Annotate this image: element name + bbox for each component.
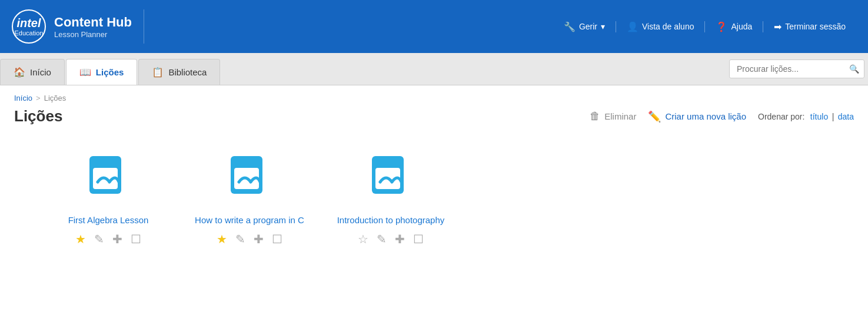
edit-icon-3[interactable]: ✎ — [377, 232, 387, 246]
logo-area: intel Education Content Hub Lesson Plann… — [12, 9, 144, 44]
intel-edu-text: Education — [15, 30, 44, 37]
page-actions: 🗑 Eliminar ✏️ Criar uma nova lição Orden… — [590, 110, 854, 123]
breadcrumb-home[interactable]: Início — [14, 94, 32, 102]
nav-vista[interactable]: 👤 Vista de aluno — [616, 21, 705, 32]
sort-controls: Ordenar por: título | data — [758, 111, 854, 122]
lesson-title-2[interactable]: How to write a program in C — [195, 215, 304, 225]
lessons-grid: First Algebra Lesson ★ ✎ ✚ ☐ How to writ… — [14, 142, 854, 252]
nav-ajuda-label: Ajuda — [731, 22, 752, 31]
lesson-actions-3: ☆ ✎ ✚ ☐ — [358, 232, 424, 246]
select-icon-3[interactable]: ☐ — [413, 232, 424, 246]
lesson-actions-2: ★ ✎ ✚ ☐ — [217, 232, 282, 246]
lesson-icon-3[interactable] — [361, 148, 420, 207]
page-title: Lições — [14, 107, 62, 125]
search-area: 🔍 — [729, 59, 859, 78]
nav-gerir[interactable]: 🔧 Gerir ▾ — [553, 21, 616, 32]
star-filled-icon-1[interactable]: ★ — [75, 232, 86, 246]
nav-terminar-label: Terminar sessão — [785, 22, 846, 31]
page-header: Lições 🗑 Eliminar ✏️ Criar uma nova liçã… — [14, 107, 854, 125]
lesson-icon-2[interactable] — [220, 148, 279, 207]
nav-gerir-label: Gerir — [579, 22, 597, 31]
lesson-svg-1 — [82, 151, 134, 203]
tab-biblioteca-label: Biblioteca — [168, 67, 207, 77]
delete-label: Eliminar — [604, 111, 636, 121]
lesson-card-1: First Algebra Lesson ★ ✎ ✚ ☐ — [49, 148, 167, 246]
tab-licoes[interactable]: 📖 Lições — [66, 59, 138, 85]
ajuda-icon: ❓ — [716, 21, 727, 32]
lesson-card-3: Introduction to photography ☆ ✎ ✚ ☐ — [332, 148, 450, 246]
lesson-icon-1[interactable] — [79, 148, 138, 207]
edit-icon: ✏️ — [648, 110, 661, 123]
biblioteca-icon: 📋 — [152, 67, 164, 78]
edit-icon-1[interactable]: ✎ — [94, 232, 104, 246]
lesson-card-2: How to write a program in C ★ ✎ ✚ ☐ — [191, 148, 308, 246]
select-icon-2[interactable]: ☐ — [272, 232, 282, 246]
tab-inicio[interactable]: 🏠 Início — [0, 59, 65, 85]
app-title: Content Hub — [54, 15, 132, 30]
chevron-down-icon: ▾ — [601, 22, 605, 31]
main-content: Início > Lições Lições 🗑 Eliminar ✏️ Cri… — [0, 85, 868, 321]
intel-logo-text: intel — [16, 17, 41, 29]
app-header: intel Education Content Hub Lesson Plann… — [0, 0, 868, 53]
sort-by-date[interactable]: data — [838, 112, 854, 121]
star-empty-icon-3[interactable]: ☆ — [358, 232, 368, 246]
nav-terminar[interactable]: ➡ Terminar sessão — [763, 21, 856, 32]
search-input[interactable] — [729, 59, 864, 78]
sort-by-title[interactable]: título — [810, 112, 828, 121]
trash-icon: 🗑 — [590, 110, 600, 123]
sort-label: Ordenar por: — [758, 112, 804, 121]
tab-bar: 🏠 Início 📖 Lições 📋 Biblioteca 🔍 — [0, 53, 868, 85]
header-nav: 🔧 Gerir ▾ 👤 Vista de aluno ❓ Ajuda ➡ Ter… — [553, 21, 856, 32]
edit-icon-2[interactable]: ✎ — [235, 232, 245, 246]
tab-licoes-label: Lições — [96, 67, 124, 77]
breadcrumb-separator: > — [36, 94, 41, 102]
terminar-icon: ➡ — [774, 21, 781, 32]
gerir-icon: 🔧 — [564, 21, 576, 32]
tab-inicio-label: Início — [30, 67, 51, 77]
add-icon-2[interactable]: ✚ — [254, 232, 264, 246]
app-subtitle: Lesson Planner — [54, 30, 132, 39]
nav-ajuda[interactable]: ❓ Ajuda — [705, 21, 763, 32]
create-lesson-button[interactable]: ✏️ Criar uma nova lição — [648, 110, 746, 123]
lesson-title-1[interactable]: First Algebra Lesson — [68, 215, 149, 225]
select-icon-1[interactable]: ☐ — [131, 232, 141, 246]
delete-button[interactable]: 🗑 Eliminar — [590, 110, 636, 123]
lesson-title-3[interactable]: Introduction to photography — [337, 215, 445, 225]
lesson-actions-1: ★ ✎ ✚ ☐ — [75, 232, 141, 246]
breadcrumb: Início > Lições — [14, 94, 854, 102]
star-filled-icon-2[interactable]: ★ — [217, 232, 227, 246]
tab-biblioteca[interactable]: 📋 Biblioteca — [138, 59, 220, 85]
create-label: Criar uma nova lição — [665, 111, 746, 121]
home-icon: 🏠 — [14, 67, 25, 78]
vista-icon: 👤 — [627, 21, 638, 32]
nav-vista-label: Vista de aluno — [642, 22, 694, 31]
app-name: Content Hub Lesson Planner — [54, 15, 132, 39]
add-icon-3[interactable]: ✚ — [395, 232, 405, 246]
lesson-svg-3 — [365, 151, 417, 203]
licoes-icon: 📖 — [79, 67, 91, 78]
add-icon-1[interactable]: ✚ — [112, 232, 122, 246]
lesson-svg-2 — [224, 151, 275, 203]
intel-logo: intel Education — [12, 9, 46, 44]
breadcrumb-current: Lições — [44, 94, 66, 102]
